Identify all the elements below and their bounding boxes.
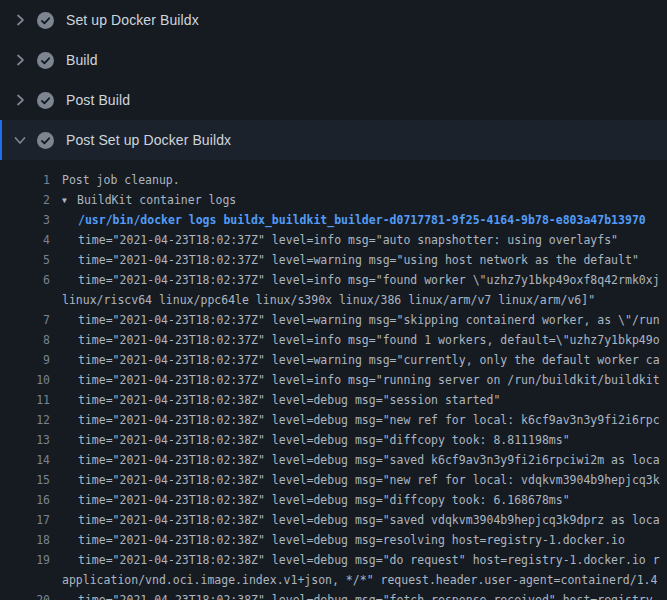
step-row-0[interactable]: Set up Docker Buildx bbox=[0, 0, 667, 40]
log-line-number bbox=[0, 570, 50, 590]
log-line-number[interactable]: 2 bbox=[0, 190, 50, 210]
chevron-down-icon bbox=[12, 132, 28, 148]
log-line: 15 time="2021-04-23T18:02:38Z" level=deb… bbox=[0, 470, 667, 490]
step-title: Set up Docker Buildx bbox=[66, 12, 199, 28]
log-line: 4 time="2021-04-23T18:02:37Z" level=info… bbox=[0, 230, 667, 250]
step-title: Post Build bbox=[66, 92, 130, 108]
log-line-number[interactable]: 14 bbox=[0, 450, 50, 470]
log-line-text: time="2021-04-23T18:02:38Z" level=debug … bbox=[78, 430, 570, 450]
log-line-number[interactable]: 8 bbox=[0, 330, 50, 350]
log-line: 20 time="2021-04-23T18:02:38Z" level=deb… bbox=[0, 590, 667, 600]
log-line: 18 time="2021-04-23T18:02:38Z" level=deb… bbox=[0, 530, 667, 550]
check-circle-icon bbox=[37, 132, 54, 149]
log-line-text: time="2021-04-23T18:02:38Z" level=debug … bbox=[78, 410, 660, 430]
caret-down-icon[interactable]: ▼ bbox=[62, 191, 77, 210]
log-line-number[interactable]: 6 bbox=[0, 270, 50, 290]
log-line: 1 Post job cleanup. bbox=[0, 170, 667, 190]
log-line-text: time="2021-04-23T18:02:38Z" level=debug … bbox=[78, 510, 660, 530]
log-line-number[interactable]: 10 bbox=[0, 370, 50, 390]
check-circle-icon bbox=[37, 12, 54, 29]
log-line: 13 time="2021-04-23T18:02:38Z" level=deb… bbox=[0, 430, 667, 450]
log-line-text: time="2021-04-23T18:02:37Z" level=info m… bbox=[78, 370, 660, 390]
log-line-number[interactable]: 12 bbox=[0, 410, 50, 430]
command-line-text: /usr/bin/docker logs buildx_buildkit_bui… bbox=[78, 210, 646, 230]
step-title: Post Set up Docker Buildx bbox=[66, 132, 231, 148]
step-row-3[interactable]: Post Set up Docker Buildx bbox=[0, 120, 667, 160]
log-line: 11 time="2021-04-23T18:02:38Z" level=deb… bbox=[0, 390, 667, 410]
log-line: 6 time="2021-04-23T18:02:37Z" level=info… bbox=[0, 270, 667, 290]
log-line-text: time="2021-04-23T18:02:37Z" level=warnin… bbox=[78, 310, 660, 330]
log-line-number[interactable]: 9 bbox=[0, 350, 50, 370]
check-circle-icon bbox=[37, 52, 54, 69]
log-line-number[interactable]: 20 bbox=[0, 590, 50, 600]
log-line-number[interactable]: 16 bbox=[0, 490, 50, 510]
log-line: application/vnd.oci.image.index.v1+json,… bbox=[0, 570, 667, 590]
log-line: 17 time="2021-04-23T18:02:38Z" level=deb… bbox=[0, 510, 667, 530]
log-line-number[interactable]: 13 bbox=[0, 430, 50, 450]
log-line-text: Post job cleanup. bbox=[62, 170, 180, 190]
log-line-text: time="2021-04-23T18:02:38Z" level=debug … bbox=[78, 530, 625, 550]
log-line: 8 time="2021-04-23T18:02:37Z" level=info… bbox=[0, 330, 667, 350]
log-line: 5 time="2021-04-23T18:02:37Z" level=warn… bbox=[0, 250, 667, 270]
log-line-text: time="2021-04-23T18:02:38Z" level=debug … bbox=[78, 490, 570, 510]
log-line-number bbox=[0, 290, 50, 310]
log-line: 16 time="2021-04-23T18:02:38Z" level=deb… bbox=[0, 490, 667, 510]
log-line-text: time="2021-04-23T18:02:37Z" level=info m… bbox=[78, 270, 660, 290]
log-group-title: BuildKit container logs bbox=[77, 193, 236, 207]
chevron-right-icon bbox=[12, 12, 28, 28]
log-line: 12 time="2021-04-23T18:02:38Z" level=deb… bbox=[0, 410, 667, 430]
log-line-number[interactable]: 19 bbox=[0, 550, 50, 570]
log-line-text: linux/riscv64 linux/ppc64le linux/s390x … bbox=[62, 290, 595, 310]
log-line-text: time="2021-04-23T18:02:38Z" level=debug … bbox=[78, 390, 500, 410]
log-line: 19 time="2021-04-23T18:02:38Z" level=deb… bbox=[0, 550, 667, 570]
log-line: 7 time="2021-04-23T18:02:37Z" level=warn… bbox=[0, 310, 667, 330]
log-area: 1 Post job cleanup. 2 ▼BuildKit containe… bbox=[0, 160, 667, 600]
log-line-text: time="2021-04-23T18:02:37Z" level=warnin… bbox=[78, 250, 639, 270]
chevron-right-icon bbox=[12, 52, 28, 68]
chevron-right-icon bbox=[12, 92, 28, 108]
log-line-number[interactable]: 5 bbox=[0, 250, 50, 270]
log-line-text: application/vnd.oci.image.index.v1+json,… bbox=[62, 570, 657, 590]
log-line-number[interactable]: 18 bbox=[0, 530, 50, 550]
log-line-text: time="2021-04-23T18:02:37Z" level=info m… bbox=[78, 330, 660, 350]
log-line-number[interactable]: 17 bbox=[0, 510, 50, 530]
check-circle-icon bbox=[37, 92, 54, 109]
log-line-text: time="2021-04-23T18:02:38Z" level=debug … bbox=[78, 590, 660, 600]
log-line-text: time="2021-04-23T18:02:37Z" level=warnin… bbox=[78, 350, 660, 370]
step-row-1[interactable]: Build bbox=[0, 40, 667, 80]
step-title: Build bbox=[66, 52, 98, 68]
log-line-number[interactable]: 1 bbox=[0, 170, 50, 190]
log-line: 10 time="2021-04-23T18:02:37Z" level=inf… bbox=[0, 370, 667, 390]
log-line-number[interactable]: 15 bbox=[0, 470, 50, 490]
log-line-number[interactable]: 3 bbox=[0, 210, 50, 230]
log-line-number[interactable]: 7 bbox=[0, 310, 50, 330]
step-list: Set up Docker Buildx Build Post Build Po… bbox=[0, 0, 667, 160]
log-line: linux/riscv64 linux/ppc64le linux/s390x … bbox=[0, 290, 667, 310]
log-line: 14 time="2021-04-23T18:02:38Z" level=deb… bbox=[0, 450, 667, 470]
log-line-number[interactable]: 4 bbox=[0, 230, 50, 250]
log-line-text: time="2021-04-23T18:02:38Z" level=debug … bbox=[78, 470, 660, 490]
step-row-2[interactable]: Post Build bbox=[0, 80, 667, 120]
log-line-text: time="2021-04-23T18:02:38Z" level=debug … bbox=[78, 450, 660, 470]
log-line-text: ▼BuildKit container logs bbox=[62, 190, 236, 210]
log-line: 9 time="2021-04-23T18:02:37Z" level=warn… bbox=[0, 350, 667, 370]
log-line-text: time="2021-04-23T18:02:37Z" level=info m… bbox=[78, 230, 618, 250]
log-line: 2 ▼BuildKit container logs bbox=[0, 190, 667, 210]
log-line-number[interactable]: 11 bbox=[0, 390, 50, 410]
log-line-text: time="2021-04-23T18:02:38Z" level=debug … bbox=[78, 550, 660, 570]
log-line: 3 /usr/bin/docker logs buildx_buildkit_b… bbox=[0, 210, 667, 230]
